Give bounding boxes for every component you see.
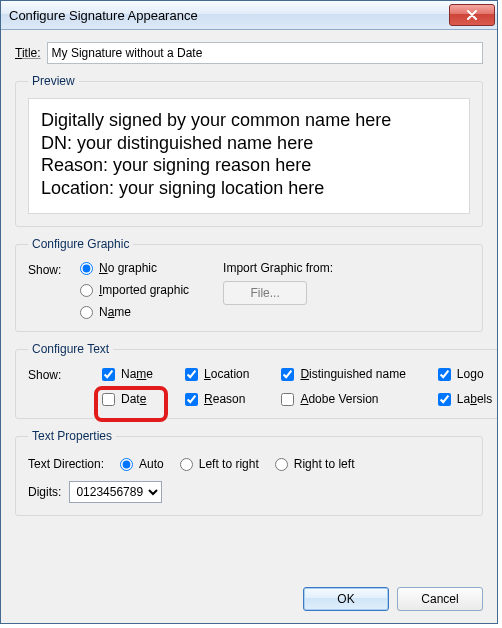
preview-group: Preview Digitally signed by your common …: [15, 74, 483, 227]
cancel-button[interactable]: Cancel: [397, 587, 483, 611]
check-reason-input[interactable]: [185, 393, 198, 406]
text-properties-legend: Text Properties: [28, 429, 116, 443]
check-logo-label: Logo: [457, 367, 484, 381]
dialog-footer: OK Cancel: [1, 587, 497, 623]
file-button: File...: [223, 281, 307, 305]
configure-text-group: Configure Text Show: Name Location Disti…: [15, 342, 497, 419]
title-bar: Configure Signature Appearance: [1, 1, 497, 30]
radio-no-graphic-label: No graphic: [99, 261, 157, 275]
check-reason[interactable]: Reason: [185, 392, 249, 406]
digits-label: Digits:: [28, 485, 61, 499]
dialog-window: Configure Signature Appearance Title: Pr…: [0, 0, 498, 624]
title-label: Title:: [15, 46, 41, 60]
configure-graphic-group: Configure Graphic Show: No graphic Impor…: [15, 237, 483, 332]
check-location-label: Location: [204, 367, 249, 381]
radio-imported-graphic-input[interactable]: [80, 284, 93, 297]
radio-auto-input[interactable]: [120, 458, 133, 471]
title-row: Title:: [15, 42, 483, 64]
preview-line: Digitally signed by your common name her…: [41, 109, 457, 132]
preview-line: DN: your distinguished name here: [41, 132, 457, 155]
radio-ltr-input[interactable]: [180, 458, 193, 471]
radio-name-input[interactable]: [80, 306, 93, 319]
radio-ltr[interactable]: Left to right: [180, 457, 259, 471]
check-dn[interactable]: Distinguished name: [281, 367, 405, 381]
check-dn-input[interactable]: [281, 368, 294, 381]
check-location-input[interactable]: [185, 368, 198, 381]
radio-auto-label: Auto: [139, 457, 164, 471]
check-labels-label: Labels: [457, 392, 492, 406]
radio-name-label: Name: [99, 305, 131, 319]
close-icon: [467, 10, 477, 20]
check-reason-label: Reason: [204, 392, 245, 406]
check-date-input[interactable]: [102, 393, 115, 406]
text-direction-label: Text Direction:: [28, 457, 104, 471]
check-name[interactable]: Name: [102, 367, 153, 381]
preview-box: Digitally signed by your common name her…: [28, 98, 470, 214]
close-button[interactable]: [449, 4, 495, 26]
radio-auto[interactable]: Auto: [120, 457, 164, 471]
show-label-text: Show:: [28, 366, 70, 382]
radio-rtl-label: Right to left: [294, 457, 355, 471]
dialog-body: Title: Preview Digitally signed by your …: [1, 30, 497, 587]
check-logo[interactable]: Logo: [438, 367, 492, 381]
digits-select[interactable]: 0123456789: [69, 481, 162, 503]
preview-line: Reason: your signing reason here: [41, 154, 457, 177]
radio-no-graphic-input[interactable]: [80, 262, 93, 275]
radio-ltr-label: Left to right: [199, 457, 259, 471]
check-adobe[interactable]: Adobe Version: [281, 392, 405, 406]
text-properties-group: Text Properties Text Direction: Auto Lef…: [15, 429, 483, 516]
radio-imported-graphic-label: Imported graphic: [99, 283, 189, 297]
check-date-label: Date: [121, 392, 146, 406]
check-adobe-label: Adobe Version: [300, 392, 378, 406]
radio-rtl[interactable]: Right to left: [275, 457, 355, 471]
radio-rtl-input[interactable]: [275, 458, 288, 471]
check-location[interactable]: Location: [185, 367, 249, 381]
check-labels-input[interactable]: [438, 393, 451, 406]
radio-name[interactable]: Name: [80, 305, 189, 319]
show-label: Show:: [28, 261, 70, 277]
check-labels[interactable]: Labels: [438, 392, 492, 406]
import-graphic-label: Import Graphic from:: [223, 261, 333, 275]
radio-imported-graphic[interactable]: Imported graphic: [80, 283, 189, 297]
check-adobe-input[interactable]: [281, 393, 294, 406]
preview-legend: Preview: [28, 74, 79, 88]
window-title: Configure Signature Appearance: [9, 8, 449, 23]
ok-button[interactable]: OK: [303, 587, 389, 611]
preview-line: Location: your signing location here: [41, 177, 457, 200]
configure-text-legend: Configure Text: [28, 342, 113, 356]
check-dn-label: Distinguished name: [300, 367, 405, 381]
configure-graphic-legend: Configure Graphic: [28, 237, 133, 251]
title-input[interactable]: [47, 42, 483, 64]
check-name-input[interactable]: [102, 368, 115, 381]
check-name-label: Name: [121, 367, 153, 381]
check-logo-input[interactable]: [438, 368, 451, 381]
radio-no-graphic[interactable]: No graphic: [80, 261, 189, 275]
check-date[interactable]: Date: [102, 392, 153, 406]
